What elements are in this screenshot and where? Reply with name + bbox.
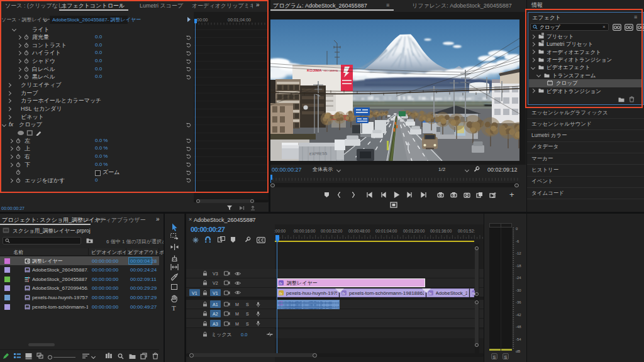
svg-text:EXPRESS: EXPRESS (309, 151, 328, 156)
